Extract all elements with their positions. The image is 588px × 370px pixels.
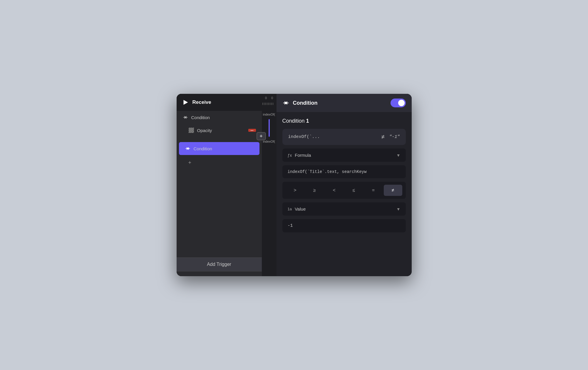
sidebar-item-opacity-label: Opacity [197, 128, 212, 133]
formula-icon: ƒx [288, 153, 292, 158]
op-less[interactable]: < [325, 185, 344, 196]
add-trigger-button[interactable]: Add Trigger [177, 257, 262, 271]
op-greater-eq[interactable]: ≥ [305, 185, 324, 196]
sidebar-item-opacity[interactable]: Opacity — + [177, 124, 262, 137]
sidebar-item-plus-label: + [188, 160, 192, 166]
tick [273, 103, 273, 105]
value-label: Value [295, 206, 393, 211]
tick [264, 103, 264, 105]
op-not-equal[interactable]: ≠ [384, 185, 402, 196]
tick [265, 103, 266, 105]
add-child-button[interactable]: + [257, 132, 266, 140]
value-dropdown[interactable]: 1a Value ▼ [282, 202, 406, 216]
formula-dropdown[interactable]: ƒx Formula ▼ [282, 149, 406, 162]
receive-icon [182, 99, 189, 106]
sidebar-item-add-plus[interactable]: + [177, 156, 262, 169]
ruler-ticks [262, 102, 277, 106]
sidebar-item-condition-top-label: Condition [191, 115, 210, 120]
svg-point-6 [187, 148, 189, 149]
condition-expression-box[interactable]: indexOf(`... ≠ "-1" [282, 129, 406, 145]
sidebar-items: Condition Opacity — + [177, 111, 262, 253]
panel-title: Condition [293, 100, 387, 106]
tick [262, 103, 263, 105]
ruler-tick-area [262, 102, 277, 111]
right-panel: Condition Condition 1 indexOf(`... ≠ "-1… [277, 94, 412, 276]
sidebar-item-condition-active[interactable]: Condition [179, 142, 259, 155]
toggle-switch[interactable] [391, 99, 406, 107]
tick [268, 103, 269, 105]
expr-left: indexOf(`... [288, 134, 377, 139]
sidebar-item-condition-active-label: Condition [194, 146, 212, 151]
op-equal[interactable]: = [364, 185, 383, 196]
value-chevron: ▼ [396, 207, 401, 211]
ruler-num-1: 0 [265, 96, 267, 100]
vertical-bar [269, 119, 270, 137]
expr-operator: ≠ [381, 134, 385, 140]
condition-top-icon [182, 114, 188, 120]
condition-section-label: Condition 1 [282, 118, 406, 124]
sidebar-item-condition-top[interactable]: Condition [177, 111, 262, 124]
app-window: Receive Condition [177, 94, 412, 276]
formula-chevron: ▼ [396, 153, 401, 158]
svg-point-11 [285, 102, 287, 104]
op-greater[interactable]: > [286, 185, 304, 196]
panel-header-icon [282, 99, 289, 106]
formula-input[interactable]: indexOf(`Title`.text, searchKeyw [282, 165, 406, 178]
operator-row: > ≥ < ≤ = ≠ [282, 182, 406, 199]
sidebar: Receive Condition [177, 94, 262, 276]
minus-badge[interactable]: — [248, 129, 256, 132]
op-less-eq[interactable]: ≤ [345, 185, 363, 196]
ruler-numbers: 0 0 [262, 94, 277, 102]
tick [270, 103, 270, 105]
checker-pattern-icon [189, 128, 194, 133]
tick [267, 103, 267, 105]
svg-marker-0 [183, 100, 188, 105]
expr-right: "-1" [389, 134, 400, 139]
opacity-icon [188, 127, 194, 133]
svg-point-1 [185, 116, 186, 118]
tick [271, 103, 272, 105]
divider-label-1: indexOf( [262, 111, 277, 118]
divider-area: 0 0 indexOf( indexOf( [262, 94, 277, 276]
ruler-num-2: 0 [271, 96, 273, 100]
sidebar-header: Receive [177, 94, 262, 111]
panel-content: Condition 1 indexOf(`... ≠ "-1" ƒx Formu… [277, 112, 412, 276]
value-input[interactable]: -1 [282, 219, 406, 232]
condition-active-icon [185, 146, 191, 151]
formula-label: Formula [295, 153, 393, 158]
panel-header: Condition [277, 94, 412, 112]
sidebar-title: Receive [192, 99, 211, 105]
value-type-icon: 1a [288, 207, 292, 211]
